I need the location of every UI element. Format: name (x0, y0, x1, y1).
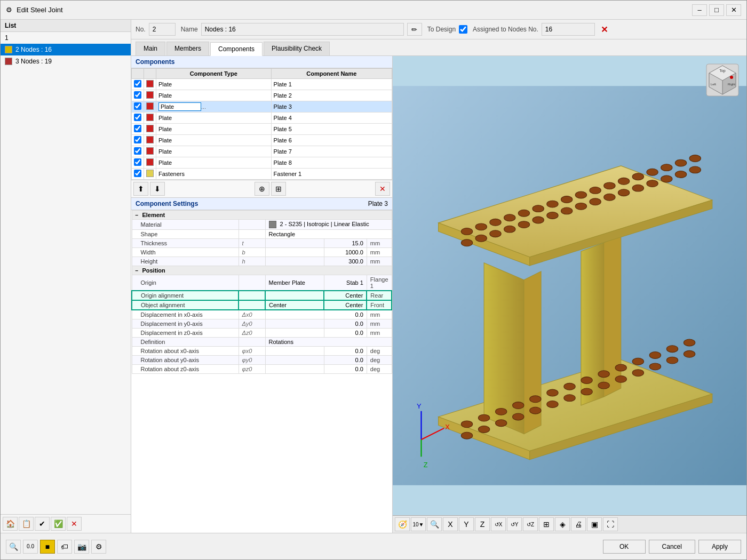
check2-icon[interactable]: ✅ (51, 517, 66, 531)
add-icon[interactable]: 🏠 (3, 517, 18, 531)
ok-button[interactable]: OK (603, 540, 646, 554)
rot-x0-unit: deg (367, 347, 392, 356)
width-spacer (265, 248, 324, 257)
tab-main[interactable]: Main (136, 42, 165, 55)
objects-icon[interactable]: ◈ (555, 517, 570, 531)
component-row[interactable]: PlatePlate 8 (132, 157, 392, 169)
svg-point-50 (647, 180, 658, 187)
fullscreen-icon[interactable]: ⛶ (603, 517, 618, 531)
row-checkbox[interactable] (134, 147, 141, 155)
rot-x-icon[interactable]: ↺X (491, 517, 506, 531)
nav-cube[interactable]: Top Right Left (704, 61, 741, 99)
copy-component-icon[interactable]: ⊞ (271, 182, 286, 196)
svg-point-62 (598, 371, 609, 378)
row-checkbox[interactable] (134, 114, 141, 121)
list-item[interactable]: 3 Nodes : 19 (1, 55, 131, 67)
y-axis-icon[interactable]: Y (459, 517, 474, 531)
close-button[interactable]: ✕ (726, 4, 741, 16)
apply-button[interactable]: Apply (698, 540, 741, 554)
object-alignment-sym (239, 300, 265, 310)
top-fields: No. Name ✏ To Design Assigned to Nodes N… (131, 20, 746, 39)
settings-header: Component Settings Plate 3 (131, 198, 392, 210)
tag-icon[interactable]: 🏷 (57, 540, 72, 554)
component-row[interactable]: ...Plate 3 (132, 101, 392, 113)
component-row[interactable]: PlatePlate 6 (132, 135, 392, 146)
layers-icon[interactable]: ⊞ (539, 517, 554, 531)
move-down-icon[interactable]: ⬇ (150, 182, 165, 196)
disp-x0-unit: mm (367, 310, 392, 319)
row-checkbox[interactable] (134, 80, 141, 87)
assigned-nodes-input[interactable] (542, 23, 595, 36)
z-axis-icon[interactable]: Z (475, 517, 490, 531)
list-item[interactable]: 1 (1, 32, 131, 44)
width-label: Width (132, 248, 239, 257)
row-checkbox[interactable] (134, 102, 141, 110)
width-unit: mm (367, 248, 392, 257)
svg-point-76 (598, 382, 609, 389)
search-icon[interactable]: 🔍 (6, 540, 21, 554)
rot-y-icon[interactable]: ↺Y (507, 517, 522, 531)
svg-point-43 (547, 212, 558, 219)
disp-y0-spacer (265, 319, 324, 329)
cancel-button[interactable]: Cancel (649, 540, 695, 554)
check-icon[interactable]: ✔ (35, 517, 50, 531)
rot-x0-spacer (265, 347, 324, 356)
row-type-input[interactable] (158, 102, 201, 111)
row-name: Plate 2 (271, 90, 392, 101)
tab-plausibility[interactable]: Plausibility Check (264, 42, 330, 55)
print-icon[interactable]: 🖨 (571, 517, 586, 531)
name-edit-button[interactable]: ✏ (407, 23, 422, 36)
settings2-icon[interactable]: ⚙ (91, 540, 106, 554)
position-expand-icon[interactable]: − (136, 268, 139, 274)
name-input[interactable] (201, 23, 404, 36)
move-up-icon[interactable]: ⬆ (133, 182, 148, 196)
tab-components[interactable]: Components (210, 42, 263, 56)
component-row[interactable]: PlatePlate 4 (132, 113, 392, 124)
delete-icon[interactable]: ✕ (67, 517, 82, 531)
row-checkbox[interactable] (134, 91, 141, 99)
svg-text:Right: Right (728, 83, 735, 86)
coordinates-icon[interactable]: 0.0 (23, 540, 38, 554)
row-type-ellipsis[interactable]: ... (201, 103, 206, 110)
maximize-button[interactable]: □ (709, 4, 724, 16)
item-color-swatch (5, 58, 12, 65)
view-10-button[interactable]: 10▼ (411, 517, 426, 531)
row-checkbox[interactable] (134, 170, 141, 177)
assigned-clear-button[interactable]: ✕ (598, 23, 611, 36)
element-expand-icon[interactable]: − (136, 212, 139, 218)
row-color-swatch (146, 136, 154, 143)
minimize-button[interactable]: – (692, 4, 707, 16)
render-icon[interactable]: ▣ (587, 517, 602, 531)
x-axis-icon[interactable]: X (443, 517, 458, 531)
row-checkbox[interactable] (134, 158, 141, 166)
row-checkbox[interactable] (134, 125, 141, 132)
rot-y0-row: Rotation about y0-axis φy0 0.0 deg (132, 356, 392, 365)
zoom-icon[interactable]: 🔍 (427, 517, 442, 531)
svg-point-42 (533, 217, 544, 223)
delete-component-icon[interactable]: ✕ (375, 182, 390, 196)
tab-members[interactable]: Members (166, 42, 209, 55)
component-row[interactable]: FastenersFastener 1 (132, 169, 392, 180)
svg-point-33 (647, 169, 658, 175)
no-input[interactable] (149, 23, 176, 36)
copy-icon[interactable]: 📋 (19, 517, 34, 531)
thickness-unit: mm (367, 239, 392, 248)
add-component-icon[interactable]: ⊕ (255, 182, 269, 196)
definition-value: Rotations (265, 338, 392, 347)
camera-icon[interactable]: 📷 (74, 540, 89, 554)
svg-point-58 (530, 396, 541, 403)
to-design-checkbox[interactable] (459, 25, 467, 34)
svg-point-23 (504, 214, 515, 221)
component-row[interactable]: PlatePlate 5 (132, 124, 392, 135)
component-row[interactable]: PlatePlate 1 (132, 79, 392, 90)
yellow-box-icon[interactable]: ■ (40, 540, 55, 554)
row-checkbox[interactable] (134, 136, 141, 143)
row-color-swatch (146, 102, 154, 110)
list-item-selected[interactable]: 2 Nodes : 16 (1, 44, 131, 55)
rot-z-icon[interactable]: ↺Z (523, 517, 538, 531)
origin-alignment-sym (239, 291, 265, 300)
compass-icon[interactable]: 🧭 (395, 517, 410, 531)
component-row[interactable]: PlatePlate 7 (132, 146, 392, 157)
component-row[interactable]: PlatePlate 2 (132, 90, 392, 101)
shape-value: Rectangle (265, 230, 392, 239)
